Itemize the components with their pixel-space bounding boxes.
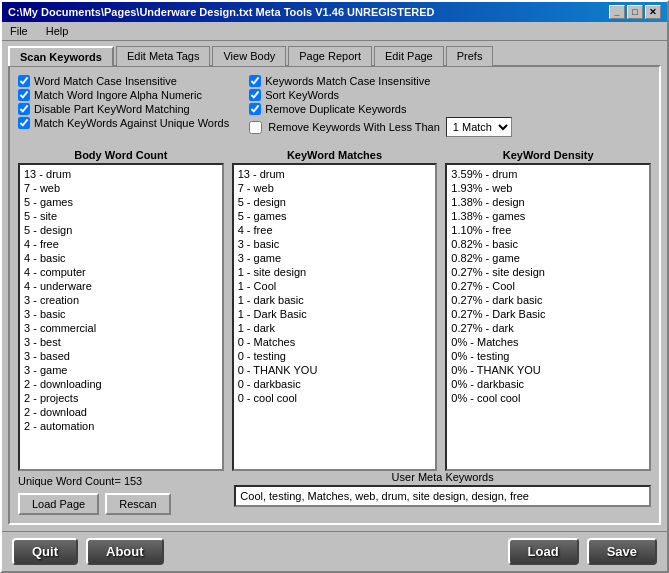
minimize-button[interactable]: _ bbox=[609, 5, 625, 19]
tab-bar: Scan Keywords Edit Meta Tags View Body P… bbox=[2, 41, 667, 65]
list-item[interactable]: 0 - testing bbox=[236, 349, 434, 363]
list-item[interactable]: 0% - testing bbox=[449, 349, 647, 363]
list-item[interactable]: 13 - drum bbox=[22, 167, 220, 181]
list-item[interactable]: 3 - commercial bbox=[22, 321, 220, 335]
list-item[interactable]: 1.93% - web bbox=[449, 181, 647, 195]
keyword-density-col: KeyWord Density 3.59% - drum1.93% - web1… bbox=[445, 149, 651, 471]
about-button[interactable]: About bbox=[86, 538, 164, 565]
checkbox-match-word-ingore-input[interactable] bbox=[18, 89, 30, 101]
list-item[interactable]: 0% - darkbasic bbox=[449, 377, 647, 391]
footer-right: Load Save bbox=[508, 538, 657, 565]
list-item[interactable]: 0.27% - site design bbox=[449, 265, 647, 279]
list-item[interactable]: 0% - Matches bbox=[449, 335, 647, 349]
list-item[interactable]: 2 - projects bbox=[22, 391, 220, 405]
checkbox-word-match-case-input[interactable] bbox=[18, 75, 30, 87]
tab-page-report[interactable]: Page Report bbox=[288, 46, 372, 66]
load-page-button[interactable]: Load Page bbox=[18, 493, 99, 515]
match-row: Remove Keywords With Less Than 1 Match 2… bbox=[249, 117, 512, 137]
list-item[interactable]: 5 - site bbox=[22, 209, 220, 223]
list-item[interactable]: 0.27% - dark bbox=[449, 321, 647, 335]
match-select[interactable]: 1 Match 2 Match 3 Match 4 Match 5 Match bbox=[446, 117, 512, 137]
list-item[interactable]: 3 - game bbox=[236, 251, 434, 265]
lists-bottom: Unique Word Count= 153 Load Page Rescan … bbox=[18, 471, 651, 515]
tab-edit-page[interactable]: Edit Page bbox=[374, 46, 444, 66]
checkbox-remove-duplicate-input[interactable] bbox=[249, 103, 261, 115]
tab-edit-meta-tags[interactable]: Edit Meta Tags bbox=[116, 46, 211, 66]
checkbox-match-keywords-input[interactable] bbox=[18, 117, 30, 129]
list-item[interactable]: 0.27% - Cool bbox=[449, 279, 647, 293]
list-item[interactable]: 1 - dark bbox=[236, 321, 434, 335]
checkboxes-section: Word Match Case Insensitive Match Word I… bbox=[18, 75, 651, 137]
footer: Quit About Load Save bbox=[2, 531, 667, 571]
list-item[interactable]: 0.82% - game bbox=[449, 251, 647, 265]
close-button[interactable]: ✕ bbox=[645, 5, 661, 19]
checkbox-keywords-match-case-label: Keywords Match Case Insensitive bbox=[265, 75, 430, 87]
list-item[interactable]: 1 - dark basic bbox=[236, 293, 434, 307]
list-item[interactable]: 5 - games bbox=[22, 195, 220, 209]
checkboxes-right: Keywords Match Case Insensitive Sort Key… bbox=[249, 75, 512, 137]
list-item[interactable]: 13 - drum bbox=[236, 167, 434, 181]
list-item[interactable]: 4 - free bbox=[22, 237, 220, 251]
list-item[interactable]: 1.38% - games bbox=[449, 209, 647, 223]
load-button[interactable]: Load bbox=[508, 538, 579, 565]
list-item[interactable]: 1 - site design bbox=[236, 265, 434, 279]
list-item[interactable]: 0 - Matches bbox=[236, 335, 434, 349]
list-item[interactable]: 1 - Dark Basic bbox=[236, 307, 434, 321]
list-item[interactable]: 3 - best bbox=[22, 335, 220, 349]
list-item[interactable]: 0 - cool cool bbox=[236, 391, 434, 405]
list-item[interactable]: 3 - basic bbox=[22, 307, 220, 321]
list-item[interactable]: 0.82% - basic bbox=[449, 237, 647, 251]
menu-help[interactable]: Help bbox=[42, 24, 73, 38]
list-item[interactable]: 0.27% - dark basic bbox=[449, 293, 647, 307]
list-item[interactable]: 0% - THANK YOU bbox=[449, 363, 647, 377]
tab-scan-keywords[interactable]: Scan Keywords bbox=[8, 46, 114, 66]
list-item[interactable]: 1 - Cool bbox=[236, 279, 434, 293]
save-button[interactable]: Save bbox=[587, 538, 657, 565]
checkboxes-left: Word Match Case Insensitive Match Word I… bbox=[18, 75, 229, 137]
list-item[interactable]: 2 - download bbox=[22, 405, 220, 419]
list-item[interactable]: 0 - THANK YOU bbox=[236, 363, 434, 377]
list-item[interactable]: 3.59% - drum bbox=[449, 167, 647, 181]
maximize-button[interactable]: □ bbox=[627, 5, 643, 19]
checkbox-disable-part: Disable Part KeyWord Matching bbox=[18, 103, 229, 115]
keyword-density-list[interactable]: 3.59% - drum1.93% - web1.38% - design1.3… bbox=[445, 163, 651, 471]
checkbox-disable-part-input[interactable] bbox=[18, 103, 30, 115]
list-item[interactable]: 2 - automation bbox=[22, 419, 220, 433]
checkbox-keywords-match-case-input[interactable] bbox=[249, 75, 261, 87]
tab-prefs[interactable]: Prefs bbox=[446, 46, 494, 66]
menu-bar: File Help bbox=[2, 22, 667, 41]
list-item[interactable]: 3 - based bbox=[22, 349, 220, 363]
list-item[interactable]: 3 - game bbox=[22, 363, 220, 377]
list-item[interactable]: 4 - basic bbox=[22, 251, 220, 265]
keyword-matches-col: KeyWord Matches 13 - drum7 - web5 - desi… bbox=[232, 149, 438, 471]
list-item[interactable]: 5 - games bbox=[236, 209, 434, 223]
checkbox-remove-less-than-input[interactable] bbox=[249, 121, 262, 134]
list-item[interactable]: 4 - underware bbox=[22, 279, 220, 293]
list-item[interactable]: 3 - creation bbox=[22, 293, 220, 307]
keyword-matches-list[interactable]: 13 - drum7 - web5 - design5 - games4 - f… bbox=[232, 163, 438, 471]
list-item[interactable]: 5 - design bbox=[236, 195, 434, 209]
checkbox-sort-keywords-input[interactable] bbox=[249, 89, 261, 101]
checkbox-sort-keywords-label: Sort KeyWords bbox=[265, 89, 339, 101]
checkbox-match-keywords: Match KeyWords Against Unique Words bbox=[18, 117, 229, 129]
list-item[interactable]: 1.10% - free bbox=[449, 223, 647, 237]
list-item[interactable]: 4 - free bbox=[236, 223, 434, 237]
list-item[interactable]: 4 - computer bbox=[22, 265, 220, 279]
list-item[interactable]: 5 - design bbox=[22, 223, 220, 237]
list-item[interactable]: 3 - basic bbox=[236, 237, 434, 251]
lists-section: Body Word Count 13 - drum7 - web5 - game… bbox=[18, 149, 651, 471]
list-item[interactable]: 7 - web bbox=[236, 181, 434, 195]
list-item[interactable]: 0.27% - Dark Basic bbox=[449, 307, 647, 321]
rescan-button[interactable]: Rescan bbox=[105, 493, 170, 515]
list-item[interactable]: 2 - downloading bbox=[22, 377, 220, 391]
list-item[interactable]: 1.38% - design bbox=[449, 195, 647, 209]
list-item[interactable]: 0 - darkbasic bbox=[236, 377, 434, 391]
body-word-count-list[interactable]: 13 - drum7 - web5 - games5 - site5 - des… bbox=[18, 163, 224, 471]
user-meta-input[interactable] bbox=[234, 485, 651, 507]
list-item[interactable]: 7 - web bbox=[22, 181, 220, 195]
load-rescan-row: Load Page Rescan bbox=[18, 493, 226, 515]
list-item[interactable]: 0% - cool cool bbox=[449, 391, 647, 405]
quit-button[interactable]: Quit bbox=[12, 538, 78, 565]
tab-view-body[interactable]: View Body bbox=[212, 46, 286, 66]
menu-file[interactable]: File bbox=[6, 24, 32, 38]
